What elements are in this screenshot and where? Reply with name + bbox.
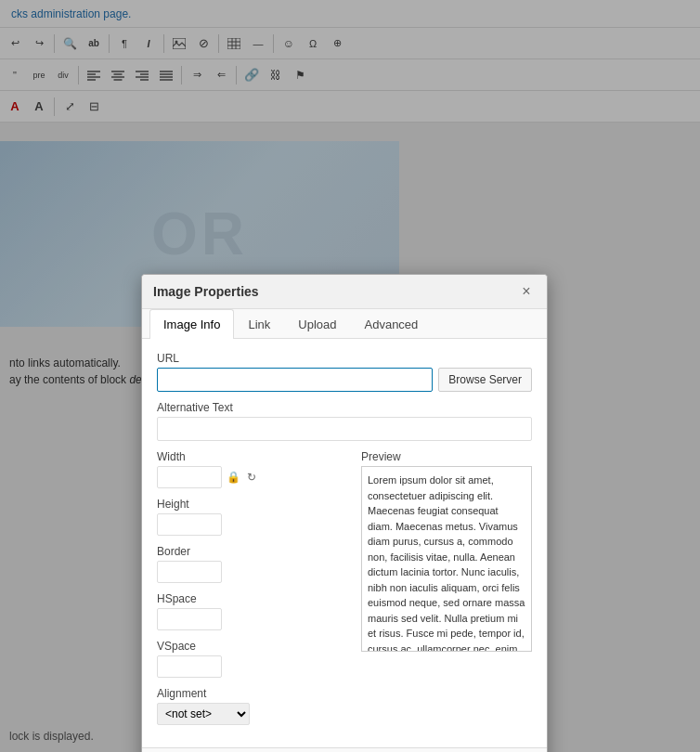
browse-server-button[interactable]: Browse Server xyxy=(438,368,532,392)
vspace-group: VSpace xyxy=(157,640,343,678)
tab-link[interactable]: Link xyxy=(234,309,284,339)
width-row: 🔒 ↻ xyxy=(157,466,343,488)
alignment-label: Alignment xyxy=(157,687,343,700)
width-group: Width 🔒 ↻ xyxy=(157,450,343,488)
image-properties-dialog: Image Properties × Image Info Link Uploa… xyxy=(141,274,548,752)
left-column: Width 🔒 ↻ Height Border xyxy=(157,450,343,734)
vspace-label: VSpace xyxy=(157,640,343,653)
height-group: Height xyxy=(157,498,343,536)
lock-icon: 🔒 xyxy=(226,470,240,485)
url-row: Browse Server xyxy=(157,368,532,392)
dialog-title-bar: Image Properties × xyxy=(142,275,547,309)
hspace-group: HSpace xyxy=(157,592,343,630)
dialog-close-button[interactable]: × xyxy=(517,282,536,301)
border-input[interactable] xyxy=(157,561,222,583)
alignment-select[interactable]: <not set> Left AbsLeft Center Right AbsR… xyxy=(157,703,250,725)
dialog-body: URL Browse Server Alternative Text Width… xyxy=(142,339,547,747)
height-label: Height xyxy=(157,498,343,511)
tab-advanced[interactable]: Advanced xyxy=(351,309,433,339)
hspace-input[interactable] xyxy=(157,608,222,630)
width-label: Width xyxy=(157,450,343,463)
alignment-group: Alignment <not set> Left AbsLeft Center … xyxy=(157,687,343,725)
alt-text-input[interactable] xyxy=(157,417,532,441)
url-input[interactable] xyxy=(157,368,433,392)
dialog-footer: Cancel OK xyxy=(142,747,547,752)
vspace-input[interactable] xyxy=(157,655,222,678)
border-label: Border xyxy=(157,545,343,558)
preview-text: Lorem ipsum dolor sit amet, consectetuer… xyxy=(368,474,525,652)
refresh-icon[interactable]: ↻ xyxy=(244,470,259,485)
alt-text-group: Alternative Text xyxy=(157,401,532,441)
tab-upload[interactable]: Upload xyxy=(284,309,350,339)
width-input[interactable] xyxy=(157,466,222,488)
dialog-tabs: Image Info Link Upload Advanced xyxy=(142,309,547,339)
preview-label: Preview xyxy=(361,450,532,463)
two-col-layout: Width 🔒 ↻ Height Border xyxy=(157,450,532,734)
tab-image-info[interactable]: Image Info xyxy=(149,309,234,339)
url-label: URL xyxy=(157,352,532,365)
preview-box: Lorem ipsum dolor sit amet, consectetuer… xyxy=(361,466,532,652)
height-row xyxy=(157,513,343,536)
height-input[interactable] xyxy=(157,513,222,536)
right-column: Preview Lorem ipsum dolor sit amet, cons… xyxy=(361,450,532,734)
dialog-title: Image Properties xyxy=(153,284,259,299)
hspace-label: HSpace xyxy=(157,592,343,605)
border-group: Border xyxy=(157,545,343,583)
url-group: URL Browse Server xyxy=(157,352,532,392)
alt-text-label: Alternative Text xyxy=(157,401,532,414)
